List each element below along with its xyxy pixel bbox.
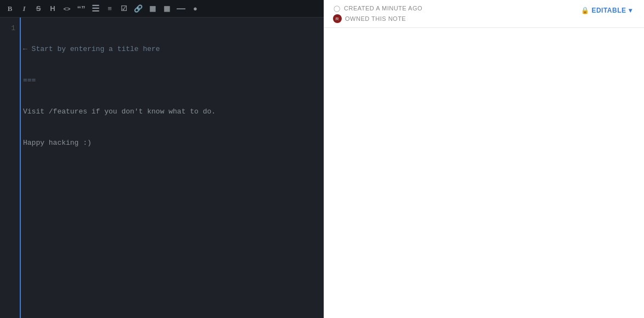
preview-header: ◯ CREATED A MINUTE AGO R OWNED THIS NOTE… [324, 0, 644, 28]
preview-body [324, 28, 644, 318]
editor-line-1: ← Start by entering a title here [23, 44, 318, 54]
editor-area[interactable]: 1 ← Start by entering a title here === V… [0, 18, 324, 318]
editor-toolbar: B I S H <> “” ☰ ≡ ☑ 🔗 ▦ ▦ — ● [0, 0, 324, 18]
owner-avatar: R [333, 14, 342, 23]
created-label: CREATED A MINUTE AGO [344, 5, 422, 12]
line-number-1: 1 [0, 23, 15, 33]
editable-icon: 🔒 [581, 7, 590, 14]
hr-button[interactable]: — [174, 2, 188, 15]
quote-button[interactable]: “” [75, 2, 88, 15]
owned-label: OWNED THIS NOTE [345, 15, 406, 22]
code-inline-button[interactable]: <> [60, 2, 74, 15]
italic-button[interactable]: I [18, 2, 31, 15]
clock-icon: ◯ [333, 4, 341, 12]
unordered-list-button[interactable]: ☰ [89, 2, 102, 15]
editable-label: EDITABLE [591, 7, 626, 14]
link-button[interactable]: 🔗 [132, 2, 145, 15]
editable-button[interactable]: 🔒 EDITABLE ▾ [578, 4, 635, 16]
editor-line-3: Visit /features if you don't know what t… [23, 106, 318, 117]
preview-panel: ◯ CREATED A MINUTE AGO R OWNED THIS NOTE… [324, 0, 644, 318]
chevron-down-icon: ▾ [629, 7, 632, 14]
editor-panel: B I S H <> “” ☰ ≡ ☑ 🔗 ▦ ▦ — ● 1 ← Start … [0, 0, 324, 318]
editor-content[interactable]: ← Start by entering a title here === Vis… [20, 18, 324, 318]
created-row: ◯ CREATED A MINUTE AGO [333, 4, 422, 12]
comment-button[interactable]: ● [189, 2, 202, 15]
meta-info: ◯ CREATED A MINUTE AGO R OWNED THIS NOTE [333, 4, 422, 23]
line-numbers: 1 [0, 18, 20, 318]
owned-row: R OWNED THIS NOTE [333, 14, 422, 23]
heading-button[interactable]: H [46, 2, 59, 15]
table-button[interactable]: ▦ [160, 2, 173, 15]
strikethrough-button[interactable]: S [32, 2, 45, 15]
bold-button[interactable]: B [3, 2, 16, 15]
image-button[interactable]: ▦ [146, 2, 159, 15]
editor-line-4: Happy hacking :) [23, 138, 318, 148]
checkbox-button[interactable]: ☑ [117, 2, 131, 15]
editor-line-2: === [23, 75, 318, 86]
ordered-list-button[interactable]: ≡ [103, 2, 116, 15]
